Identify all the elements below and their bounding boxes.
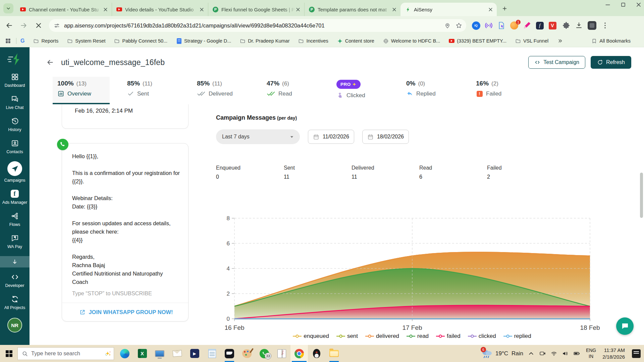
sidebar-item-flows[interactable]: Flows: [0, 212, 30, 227]
tab-close-icon[interactable]: [295, 7, 301, 12]
sidebar-item-all-projects[interactable]: All Projects: [0, 295, 30, 310]
tab-close-icon[interactable]: [103, 7, 108, 12]
back-arrow-button[interactable]: [46, 58, 54, 67]
join-whatsapp-group-button[interactable]: JOIN WHATSAPP GROUP NOW!: [72, 303, 180, 321]
notification-center-icon[interactable]: [632, 349, 641, 358]
legend-item-enqueued[interactable]: enqueued: [293, 333, 329, 340]
browser-tab[interactable]: AiSensy: [400, 3, 497, 16]
refresh-button[interactable]: Refresh: [591, 56, 631, 69]
site-settings-icon[interactable]: [54, 22, 60, 29]
page-scrollbar[interactable]: [640, 173, 643, 218]
tab-close-icon[interactable]: [488, 7, 493, 12]
stats-tab-failed[interactable]: 16%(2)!Failed: [471, 77, 528, 104]
taskbar-app-paint[interactable]: [238, 345, 256, 362]
weather-widget[interactable]: 6 19°CRain: [481, 348, 523, 359]
broadcast-extension[interactable]: [484, 21, 493, 30]
taskbar-app-edge[interactable]: [116, 345, 133, 362]
legend-item-clicked[interactable]: clicked: [468, 333, 496, 340]
bookmark-item[interactable]: Welcome to HDFC B...: [383, 38, 440, 44]
location-icon[interactable]: [444, 22, 451, 29]
taskbar-app-file-explorer[interactable]: [325, 345, 343, 362]
profile-avatar[interactable]: [588, 21, 596, 30]
chat-widget-button[interactable]: [616, 317, 634, 335]
new-tab-button[interactable]: [499, 3, 509, 13]
taskbar-app-tux[interactable]: [308, 345, 325, 362]
meet-now-camera-icon[interactable]: [539, 350, 546, 357]
bookmark-item[interactable]: Strategy - Google D...: [176, 38, 231, 44]
sidebar-item-scroll-down[interactable]: [0, 256, 30, 267]
close-window-button[interactable]: [635, 1, 642, 8]
bookmark-item[interactable]: System Reset: [67, 38, 105, 44]
tray-chevron-up-icon[interactable]: [528, 350, 535, 357]
bookmark-item[interactable]: (3329) BEST EMPTY...: [449, 38, 506, 44]
bookmark-item[interactable]: Dr. Pradeep Kumar: [240, 38, 289, 44]
taskbar-app-notepad[interactable]: [203, 345, 221, 362]
sidebar-item-campaigns[interactable]: Campaigns: [0, 161, 30, 183]
stats-tab-sent[interactable]: 85%(11)Sent: [122, 77, 179, 104]
bookmark-item[interactable]: Pabbly Connect 50...: [114, 38, 167, 44]
stats-tab-replied[interactable]: 0%(0)Replied: [401, 77, 459, 104]
taskbar-app-excel[interactable]: X: [133, 345, 151, 362]
bookmark-item[interactable]: Content store: [337, 38, 374, 44]
legend-item-replied[interactable]: replied: [503, 333, 531, 340]
language-indicator[interactable]: ENGIN: [586, 348, 596, 359]
v-extension[interactable]: V: [548, 21, 557, 30]
tab-close-icon[interactable]: [199, 7, 205, 12]
end-date-input[interactable]: 18/02/2026: [362, 130, 409, 144]
pen-extension[interactable]: [523, 21, 531, 30]
address-bar[interactable]: app.aisensy.com/projects/671619db2da1d80…: [49, 19, 466, 32]
bookmark-star-icon[interactable]: [455, 22, 462, 29]
browser-tab[interactable]: Video details - YouTube Studio: [112, 3, 208, 16]
browser-tab[interactable]: Channel content - YouTube Stu: [15, 3, 112, 16]
taskbar-app-tally[interactable]: [273, 345, 290, 362]
minimize-button[interactable]: [604, 1, 611, 8]
taskbar-app-mail[interactable]: [168, 345, 186, 362]
bookmark-item[interactable]: Reports: [33, 38, 58, 44]
tab-close-icon[interactable]: [391, 7, 397, 12]
sidebar-item-contacts[interactable]: Contacts: [0, 139, 30, 154]
f-extension[interactable]: f: [535, 21, 544, 30]
stats-tab-read[interactable]: 47%(6)Read: [262, 77, 319, 104]
url-text[interactable]: app.aisensy.com/projects/671619db2da1d80…: [64, 22, 439, 29]
chevrons-overflow-icon[interactable]: [557, 38, 563, 44]
date-range-select[interactable]: Last 7 days: [216, 129, 300, 144]
taskbar-app-chrome[interactable]: [290, 345, 308, 362]
taskbar-app-media-player[interactable]: ▶: [186, 345, 203, 362]
puzzle-extensions-icon[interactable]: [562, 21, 570, 29]
stop-button[interactable]: [34, 21, 43, 30]
legend-item-delivered[interactable]: delivered: [365, 333, 399, 340]
start-date-input[interactable]: 11/02/2026: [308, 130, 354, 144]
sidebar-item-developer[interactable]: Developer: [0, 273, 30, 288]
stats-tab-overview[interactable]: 100%(13)Overview: [53, 77, 110, 104]
menu-kebab-icon[interactable]: [601, 21, 609, 29]
back-button[interactable]: [5, 21, 13, 30]
tab-search-button[interactable]: [3, 3, 13, 13]
taskbar-search[interactable]: [17, 347, 114, 360]
orange-extension[interactable]: 1: [510, 21, 519, 30]
aisensy-logo[interactable]: [7, 53, 22, 66]
forward-button[interactable]: [19, 21, 28, 30]
stats-tab-delivered[interactable]: 85%(11)Delivered: [192, 77, 249, 104]
bookmark-google[interactable]: G: [20, 38, 24, 44]
sidebar-item-live-chat[interactable]: Live Chat: [0, 95, 30, 110]
sidebar-item-ads-manager[interactable]: fAds Manager: [0, 190, 30, 205]
test-campaign-button[interactable]: Test Campaign: [528, 56, 585, 69]
browser-tab[interactable]: PFlexi funnel to Google Sheets | P: [208, 3, 304, 16]
bookmark-item[interactable]: Incentives: [298, 38, 328, 44]
legend-item-failed[interactable]: failed: [436, 333, 461, 340]
sidebar-item-history[interactable]: History: [0, 117, 30, 132]
taskbar-app-filmora[interactable]: [221, 345, 238, 362]
legend-item-sent[interactable]: sent: [336, 333, 358, 340]
all-bookmarks[interactable]: All Bookmarks: [591, 38, 639, 44]
iq-extension[interactable]: IQ: [472, 21, 480, 30]
apps-grid-icon[interactable]: [5, 38, 11, 44]
taskbar-app-monitor[interactable]: [151, 345, 168, 362]
downloads-icon[interactable]: [575, 21, 583, 29]
stats-tab-clicked[interactable]: PRO✦Clicked: [332, 77, 389, 104]
search-input[interactable]: [31, 350, 102, 357]
taskbar-app-whatsapp[interactable]: 33: [256, 345, 273, 362]
wifi-icon[interactable]: [550, 350, 557, 357]
sidebar-item-wa-pay[interactable]: WA Pay: [0, 234, 30, 249]
legend-item-read[interactable]: read: [407, 333, 429, 340]
clock[interactable]: 11:37 AM2/18/2026: [602, 347, 625, 360]
